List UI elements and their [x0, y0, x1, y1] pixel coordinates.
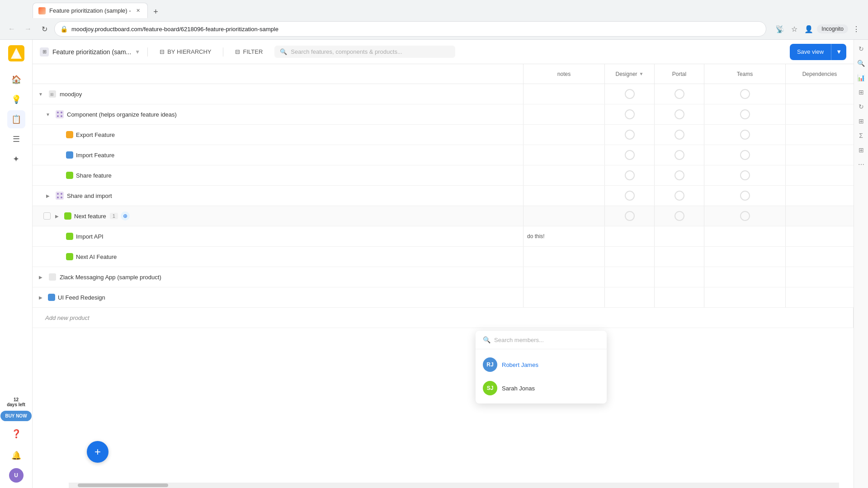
sidebar-notifications-icon[interactable]: 🔔	[7, 446, 25, 465]
expand-component-button[interactable]: ▼	[43, 110, 52, 119]
share-portal-indicator[interactable]	[675, 170, 684, 180]
main-content: ⊞ Feature prioritization (sam... ▼ ⊟ BY …	[33, 40, 854, 488]
nextfeature-portal-indicator[interactable]	[675, 211, 684, 221]
import-api-label: Import API	[76, 233, 104, 240]
share-designer-indicator[interactable]	[625, 170, 635, 180]
member-item-robert[interactable]: RJ Robert James	[476, 353, 607, 376]
nextfeature-teams-indicator[interactable]	[740, 211, 750, 221]
right-table-icon[interactable]: ⊞	[856, 87, 867, 98]
sidebar-help-icon[interactable]: ❓	[7, 425, 25, 443]
col-header-deps: Dependencies	[786, 64, 854, 84]
app-logo[interactable]	[8, 45, 24, 61]
sidebar-integrations-icon[interactable]: ✦	[7, 150, 25, 168]
member-search-input[interactable]	[494, 337, 599, 343]
active-tab[interactable]: Feature prioritization (sample) - ✕	[33, 3, 148, 18]
hierarchy-button[interactable]: ⊟ BY HIERARCHY	[155, 46, 216, 58]
right-refresh-icon[interactable]: ↻	[856, 101, 867, 112]
expand-ui-feed-button[interactable]: ▶	[36, 293, 45, 302]
profile-button[interactable]: 👤	[802, 23, 815, 35]
bookmark-button[interactable]: ☆	[788, 23, 801, 35]
sidebar-insights-icon[interactable]: 💡	[7, 90, 25, 108]
import-portal-indicator[interactable]	[675, 150, 684, 160]
designer-filter-icon[interactable]: ▼	[639, 71, 644, 76]
buy-now-button[interactable]: BUY NOW	[0, 411, 31, 421]
right-chart-icon[interactable]: 📊	[856, 72, 867, 83]
right-search-icon[interactable]: 🔍	[856, 58, 867, 69]
user-avatar[interactable]: U	[9, 468, 24, 483]
right-sync-icon[interactable]: ↻	[856, 43, 867, 54]
hierarchy-icon: ⊟	[160, 48, 165, 55]
right-sigma-icon[interactable]: Σ	[856, 130, 867, 141]
svg-point-6	[57, 112, 59, 113]
svg-point-12	[61, 193, 62, 195]
add-fab-button[interactable]: +	[87, 441, 108, 463]
shareimport-designer-indicator[interactable]	[625, 191, 635, 201]
expand-zlack-button[interactable]: ▶	[36, 272, 45, 282]
col-header-notes: notes	[524, 64, 605, 84]
table-row: Import Feature	[33, 145, 854, 165]
sidebar-list-icon[interactable]: ☰	[7, 130, 25, 148]
shareimport-portal-indicator[interactable]	[675, 191, 684, 201]
ui-feed-label: UI Feed Redesign	[58, 294, 105, 301]
member-avatar-sj: SJ	[483, 381, 497, 395]
sidebar-features-icon[interactable]: 📋	[7, 110, 25, 128]
moodjoy-label: moodjoy	[60, 91, 82, 98]
scroll-thumb[interactable]	[78, 483, 168, 487]
ui-feed-icon	[48, 294, 55, 301]
add-product-row[interactable]: Add new product	[33, 308, 854, 328]
export-teams-indicator[interactable]	[740, 130, 750, 140]
sidebar-home-icon[interactable]: 🏠	[7, 70, 25, 89]
col-header-main	[33, 64, 524, 84]
svg-point-14	[61, 197, 62, 198]
component-portal-indicator[interactable]	[675, 109, 684, 119]
next-feature-checkbox[interactable]	[43, 212, 51, 220]
lock-icon: 🔒	[60, 25, 68, 33]
save-view-arrow-icon[interactable]: ▼	[831, 48, 846, 55]
nextfeature-designer-indicator[interactable]	[625, 211, 635, 221]
address-bar[interactable]: 🔒 moodjoy.productboard.com/feature-board…	[54, 21, 766, 37]
shareimport-teams-indicator[interactable]	[740, 191, 750, 201]
board-title[interactable]: ⊞ Feature prioritization (sam... ▼	[40, 47, 140, 56]
tab-close-button[interactable]: ✕	[135, 7, 142, 14]
forward-button[interactable]: →	[22, 23, 34, 35]
right-link-icon[interactable]: ⊞	[856, 145, 867, 155]
moodjoy-portal-indicator[interactable]	[675, 89, 684, 99]
expand-next-feature-button[interactable]: ▶	[52, 211, 61, 221]
cast-button[interactable]: 📡	[774, 23, 786, 35]
share-feature-icon	[66, 172, 73, 179]
share-feature-label: Share feature	[76, 172, 112, 179]
expand-share-import-button[interactable]: ▶	[43, 191, 52, 200]
refresh-button[interactable]: ↻	[38, 23, 51, 35]
import-teams-indicator[interactable]	[740, 150, 750, 160]
import-designer-indicator[interactable]	[625, 150, 635, 160]
feature-table: notes Designer ▼ Portal Teams Dependenci…	[33, 64, 854, 488]
moodjoy-teams-indicator[interactable]	[740, 89, 750, 99]
component-designer-indicator[interactable]	[625, 109, 635, 119]
board-title-dropdown-icon[interactable]: ▼	[135, 49, 140, 55]
export-designer-indicator[interactable]	[625, 130, 635, 140]
back-button[interactable]: ←	[5, 23, 18, 35]
member-dropdown: 🔍 RJ Robert James SJ Sarah Jonas	[476, 331, 607, 404]
expand-moodjoy-button[interactable]: ▼	[36, 89, 45, 99]
share-import-icon	[55, 191, 64, 200]
member-search-container[interactable]: 🔍	[476, 331, 607, 349]
member-item-sarah[interactable]: SJ Sarah Jonas	[476, 376, 607, 400]
right-dots-icon[interactable]: ⋯	[856, 159, 867, 170]
search-bar[interactable]: 🔍 Search features, components & products…	[274, 46, 455, 58]
export-feature-icon	[66, 131, 73, 138]
menu-button[interactable]: ⋮	[850, 23, 863, 35]
export-portal-indicator[interactable]	[675, 130, 684, 140]
moodjoy-icon: ⊞	[48, 89, 57, 99]
add-product-label[interactable]: Add new product	[45, 314, 90, 321]
svg-point-9	[61, 115, 62, 117]
horizontal-scrollbar[interactable]	[69, 483, 839, 488]
component-teams-indicator[interactable]	[740, 109, 750, 119]
next-feature-add-button[interactable]: ⊕	[121, 211, 130, 221]
save-view-button[interactable]: Save view ▼	[790, 44, 846, 60]
right-grid-icon[interactable]: ⊞	[856, 116, 867, 127]
member-name-sarah: Sarah Jonas	[502, 385, 535, 392]
new-tab-button[interactable]: +	[150, 5, 162, 18]
moodjoy-designer-indicator[interactable]	[625, 89, 635, 99]
share-teams-indicator[interactable]	[740, 170, 750, 180]
filter-button[interactable]: ⊟ FILTER	[231, 46, 267, 58]
